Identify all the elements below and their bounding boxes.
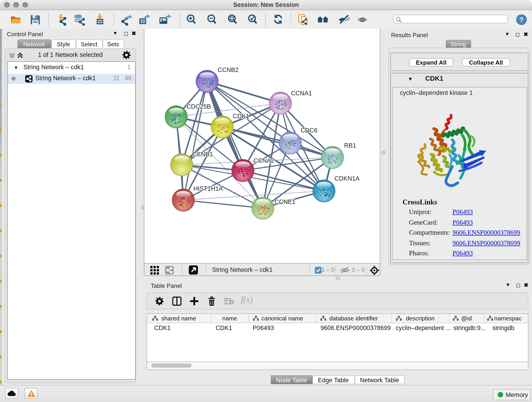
svg-text:CDC6: CDC6 bbox=[301, 127, 317, 134]
svg-text:CCNB2: CCNB2 bbox=[218, 66, 239, 73]
svg-text:HIST1H1A: HIST1H1A bbox=[193, 185, 223, 192]
svg-text:CDC25B: CDC25B bbox=[186, 103, 211, 110]
svg-text:CDKN1A: CDKN1A bbox=[335, 175, 360, 182]
svg-text:?: ? bbox=[519, 16, 524, 23]
svg-text:CCNE1: CCNE1 bbox=[274, 198, 296, 205]
svg-text:CCNA1: CCNA1 bbox=[291, 89, 312, 96]
svg-text:CCNB1: CCNB1 bbox=[192, 151, 213, 157]
svg-text:RB1: RB1 bbox=[344, 142, 356, 149]
svg-text:CCNA2: CCNA2 bbox=[253, 157, 274, 164]
svg-text:CDK1: CDK1 bbox=[233, 113, 249, 119]
